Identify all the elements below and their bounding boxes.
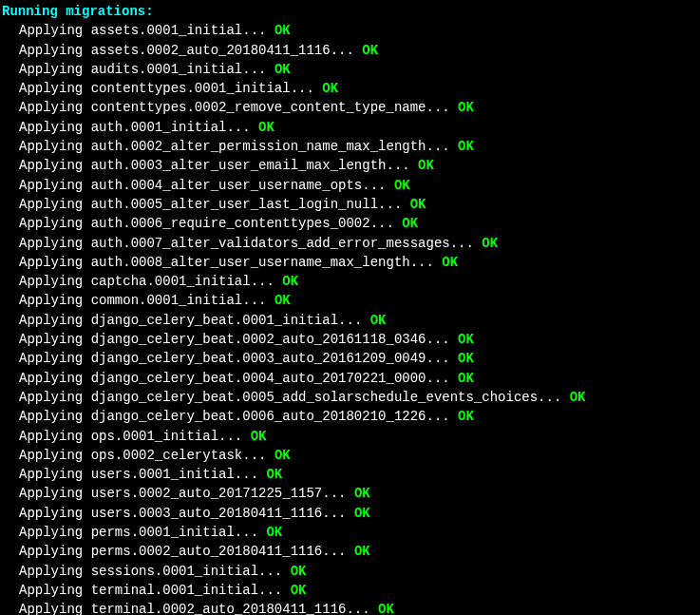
applying-prefix: Applying [19,602,91,615]
applying-prefix: Applying [19,429,91,444]
migration-line: Applying ops.0002_celerytask... OK [0,446,700,465]
status-ok: OK [378,602,394,615]
status-ok: OK [322,81,338,96]
status-ok: OK [402,216,418,231]
applying-prefix: Applying [19,544,91,559]
applying-prefix: Applying [19,216,91,231]
dots: ... [251,274,283,289]
applying-prefix: Applying [19,293,91,308]
status-ok: OK [394,178,410,193]
migration-line: Applying auth.0008_alter_user_username_m… [0,253,700,272]
dots: ... [235,467,267,482]
status-ok: OK [570,390,586,405]
applying-prefix: Applying [19,120,91,135]
dots: ... [426,351,458,366]
dots: ... [426,409,458,424]
migration-name: django_celery_beat.0002_auto_20161118_03… [91,332,426,347]
migration-line: Applying users.0001_initial... OK [0,465,700,484]
migration-name: django_celery_beat.0003_auto_20161209_00… [91,351,426,366]
applying-prefix: Applying [19,371,91,386]
migration-name: captcha.0001_initial [91,274,251,289]
status-ok: OK [458,100,474,115]
migration-line: Applying django_celery_beat.0001_initial… [0,311,700,330]
migration-line: Applying auth.0003_alter_user_email_max_… [0,156,700,175]
applying-prefix: Applying [19,100,91,115]
status-ok: OK [258,120,274,135]
dots: ... [291,81,323,96]
migration-line: Applying auth.0001_initial... OK [0,118,700,137]
migration-line: Applying common.0001_initial... OK [0,291,700,310]
migration-line: Applying perms.0002_auto_20180411_1116..… [0,542,700,561]
migration-name: auth.0004_alter_user_username_opts [91,178,363,193]
migration-line: Applying django_celery_beat.0005_add_sol… [0,388,700,407]
dots: ... [386,158,418,173]
applying-prefix: Applying [19,139,91,154]
status-ok: OK [458,139,474,154]
migration-line: Applying auth.0005_alter_user_last_login… [0,195,700,214]
status-ok: OK [274,23,291,38]
applying-prefix: Applying [19,81,91,96]
dots: ... [410,255,443,270]
applying-prefix: Applying [19,158,91,173]
status-ok: OK [370,313,387,328]
dots: ... [370,216,403,231]
dots: ... [362,178,394,193]
dots: ... [242,62,274,77]
applying-prefix: Applying [19,255,91,270]
status-ok: OK [458,332,474,347]
status-ok: OK [354,506,370,521]
dots: ... [242,293,274,308]
status-ok: OK [266,467,282,482]
dots: ... [346,602,378,615]
migration-name: auth.0001_initial [91,120,227,135]
migration-name: auth.0006_require_contenttypes_0002 [91,216,370,231]
dots: ... [226,120,258,135]
applying-prefix: Applying [19,409,91,424]
migration-line: Applying auth.0002_alter_permission_name… [0,137,700,156]
dots: ... [258,583,291,598]
migration-name: django_celery_beat.0006_auto_20180210_12… [91,409,426,424]
migration-name: django_celery_beat.0001_initial [91,313,338,328]
migration-name: contenttypes.0001_initial [91,81,291,96]
applying-prefix: Applying [19,467,91,482]
status-ok: OK [442,255,458,270]
dots: ... [322,506,354,521]
status-ok: OK [274,62,291,77]
migration-line: Applying django_celery_beat.0002_auto_20… [0,330,700,349]
migration-name: users.0001_initial [91,467,235,482]
migration-line: Applying assets.0001_initial... OK [0,21,700,40]
applying-prefix: Applying [19,236,91,251]
migration-name: django_celery_beat.0004_auto_20170221_00… [91,371,426,386]
dots: ... [426,371,458,386]
dots: ... [218,429,251,444]
dots: ... [242,23,274,38]
status-ok: OK [266,525,282,540]
migration-line: Applying contenttypes.0001_initial... OK [0,79,700,98]
applying-prefix: Applying [19,351,91,366]
applying-prefix: Applying [19,564,91,579]
applying-prefix: Applying [19,43,91,58]
migration-name: terminal.0001_initial [91,583,258,598]
dots: ... [322,486,354,501]
migration-name: django_celery_beat.0005_add_solarschedul… [91,390,538,405]
migration-name: auth.0008_alter_user_username_max_length [91,255,410,270]
migrations-list: Applying assets.0001_initial... OKApplyi… [0,21,700,615]
migration-name: ops.0001_initial [91,429,218,444]
dots: ... [338,313,370,328]
applying-prefix: Applying [19,525,91,540]
migration-name: perms.0002_auto_20180411_1116 [91,544,323,559]
migration-line: Applying terminal.0002_auto_20180411_111… [0,600,700,615]
applying-prefix: Applying [19,313,91,328]
dots: ... [538,390,570,405]
status-ok: OK [291,564,307,579]
applying-prefix: Applying [19,197,91,212]
migration-name: ops.0002_celerytask [91,448,243,463]
status-ok: OK [482,236,498,251]
migrations-header: Running migrations: [0,2,700,21]
dots: ... [426,100,458,115]
migration-name: auth.0003_alter_user_email_max_length [91,158,387,173]
dots: ... [378,197,410,212]
applying-prefix: Applying [19,486,91,501]
applying-prefix: Applying [19,506,91,521]
migration-name: audits.0001_initial [91,62,243,77]
